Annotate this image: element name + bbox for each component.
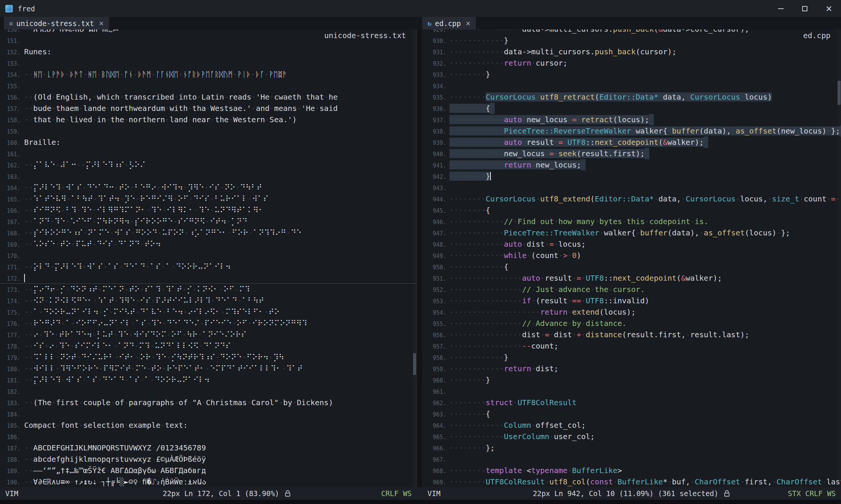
window-close-button[interactable]: × (817, 0, 841, 17)
code-line[interactable]: 946.············//·Find·out·how·many·byt… (422, 216, 841, 227)
code-line[interactable]: 159. (0, 125, 417, 137)
code-line[interactable]: 187.··ABCDEFGHIJKLMNOPQRSTUVWXYZ·/012345… (0, 442, 417, 453)
eol-indicator[interactable]: CRLF (381, 489, 398, 498)
code-line[interactable]: 956.················dist·=·dist·+·distan… (422, 329, 841, 340)
code-line[interactable]: 967. (422, 453, 841, 465)
code-line[interactable]: 155. (0, 80, 417, 91)
code-line[interactable]: 168.··⡎⠊⠗⠕⠕⠛⠑⠰⠎·⠝⠁⠍⠑·⠺⠁⠎·⠛⠕⠕⠙·⠥⠏⠕⠝·⠰⡡⠁⠝⠛… (0, 227, 417, 238)
code-line[interactable]: 960.········} (422, 374, 841, 386)
scrollbar-thumb[interactable] (413, 353, 416, 375)
code-line[interactable]: 940.············new_locus·=·seek(result.… (422, 148, 841, 159)
code-line[interactable]: 170. (0, 250, 417, 261)
code-line[interactable]: 957.················--count; (422, 340, 841, 352)
code-line[interactable]: 952.················//·Just·advance·the·… (422, 284, 841, 295)
code-line[interactable]: 182. (0, 386, 417, 397)
code-line[interactable]: 185.Compact·font·selection·example·text: (0, 419, 417, 431)
eol-indicator[interactable]: CRLF (805, 489, 823, 498)
tab-close-icon[interactable]: × (99, 19, 104, 28)
code-line[interactable]: 955.················//·Advance·by·distan… (422, 318, 841, 329)
code-line[interactable]: 156.··(Old·English,·which·transcribed·in… (0, 91, 417, 103)
code-line[interactable]: 932.············return·cursor; (422, 57, 841, 69)
editor-pane-left[interactable]: 150.··እግርህን·በፍራሽህ·ልክ·ዘርጋ።151.152.Runes:1… (0, 29, 417, 487)
code-line[interactable]: 935.········CursorLocus·utf8_retract(Edi… (422, 91, 841, 103)
tab-unicode-stress-txt[interactable]: ≡ unicode-stress.txt × (4, 17, 109, 29)
code-line[interactable]: 152.Runes: (0, 46, 417, 57)
code-line[interactable]: 180.··⠺⠊⠇⠇·⠹⠻⠑⠋⠕⠗⠑·⠏⠻⠍⠊⠞·⠍⠑·⠞⠕·⠗⠑⠏⠑⠁⠞⠂·⠑… (0, 363, 417, 374)
code-line[interactable]: 176.··⠗⠑⠛⠜⠙·⠁·⠊⠕⠋⠋⠔⠤⠝⠁⠊⠇·⠁⠎·⠹⠑·⠙⠑⠁⠙⠑⠌·⠏⠊… (0, 318, 417, 329)
code-line[interactable]: 190.··∀∂∈ℝ∧∪≡∞·↑↗↨↻⇣·┐┼╔╘░►☺♀·ﬁ�⑀₂ἠḂӥẄɐː… (0, 476, 417, 487)
code-line[interactable]: 153. (0, 57, 417, 69)
code-line[interactable]: 162.··⡌⠁⠧⠑·⠼⠁⠒··⡍⠜⠇⠑⠹⠰⠎·⡣⠕⠌ (0, 159, 417, 171)
code-line[interactable]: 965.············UserColumn·user_col; (422, 431, 841, 442)
code-line[interactable]: 184. (0, 408, 417, 419)
code-line[interactable]: 958.············} (422, 352, 841, 363)
code-line[interactable]: 961. (422, 386, 841, 397)
scrollbar-thumb[interactable] (838, 81, 841, 105)
code-line[interactable]: 173.··⡍⠔⠙⠖·⡊·⠙⠕⠝⠰⠞·⠍⠑⠁⠝·⠞⠕·⠎⠁⠹·⠹⠁⠞·⡊·⠅⠝⠪… (0, 284, 417, 295)
code-line[interactable]: 968.········template·<typename·BufferLik… (422, 465, 841, 476)
code-line[interactable]: 951.················auto·result·=·UTF8::… (422, 272, 841, 284)
code-line[interactable]: 948.············auto·dist·=·locus; (422, 238, 841, 250)
code-line[interactable]: 936.········{ (422, 103, 841, 114)
code-line[interactable]: 934. (422, 80, 841, 91)
code-line[interactable]: 165.··⠱⠁⠞⠑⠧⠻·⠁⠃⠳⠞·⠹⠁⠞⠲·⡹⠑·⠗⠑⠛⠊⠌⠻·⠕⠋·⠙⠊⠎·… (0, 193, 417, 204)
code-line[interactable]: 944.········CursorLocus·utf8_extend(Edit… (422, 193, 841, 204)
whitespace-indicator[interactable]: WS (403, 489, 412, 498)
scrollbar[interactable] (837, 29, 841, 487)
code-line[interactable]: 938.············PieceTree::ReverseTreeWa… (422, 125, 841, 137)
code-line[interactable]: 178.··⠊⠎·⠔·⠹⠑·⠎⠊⠍⠊⠇⠑⠂·⠁⠝⠙·⠍⠹·⠥⠝⠙⠁⠇⠇⠪⠫·⠙⠁… (0, 340, 417, 352)
code-line[interactable]: 177.··⠔·⠹⠑·⠞⠗⠁⠙⠑⠲·⡃⠥⠞·⠹⠑·⠺⠊⠎⠙⠕⠍·⠕⠋·⠳⠗·⠁⠝… (0, 329, 417, 340)
code-line[interactable]: 186. (0, 431, 417, 442)
encoding-indicator[interactable]: STX (788, 489, 801, 498)
window-minimize-button[interactable] (769, 0, 793, 17)
code-line[interactable]: 949.············while·(count·>·0) (422, 250, 841, 261)
code-line[interactable]: 939.············auto·result·=·UTF8::next… (422, 137, 841, 148)
code-line[interactable]: 160.Braille: (0, 137, 417, 148)
code-line[interactable]: 959.············return·dist; (422, 363, 841, 374)
code-line[interactable]: 937.············auto·new_locus·=·retract… (422, 114, 841, 125)
code-line[interactable]: 161. (0, 148, 417, 159)
scrollbar[interactable] (413, 29, 417, 487)
code-line[interactable]: 167.··⠁⠝⠙·⠹⠑·⠡⠊⠑⠋·⠍⠳⠗⠝⠻⠲·⡎⠊⠗⠕⠕⠛⠑·⠎⠊⠛⠝⠫·⠊… (0, 216, 417, 227)
code-line[interactable]: 930.············} (422, 35, 841, 46)
code-line[interactable]: 166.··⠎⠊⠛⠝⠫·⠃⠹·⠹⠑·⠊⠇⠻⠛⠹⠍⠁⠝⠂·⠹⠑·⠊⠇⠻⠅⠂·⠹⠑·… (0, 204, 417, 216)
code-line[interactable]: 931.············data->multi_cursors.push… (422, 46, 841, 57)
code-line[interactable]: 189.··–—‘“”„†‡…‰™œŠŸž€·ΑΒΓΔΩαβγδω·АБВГДа… (0, 465, 417, 476)
code-line[interactable]: 175.··⠁·⠙⠕⠕⠗⠤⠝⠁⠊⠇⠲·⡊·⠍⠊⠣⠞·⠙⠁⠧⠑·⠃⠑⠲·⠔⠊⠇⠔⠫… (0, 306, 417, 318)
code-line[interactable]: 157.··bude·thaem·lande·northweardum·with… (0, 103, 417, 114)
code-line[interactable]: 943. (422, 182, 841, 193)
code-line[interactable]: 963.········{ (422, 408, 841, 419)
code-line[interactable]: 183.··(The·first·couple·of·paragraphs·of… (0, 397, 417, 408)
code-line[interactable]: 942.········} (422, 171, 841, 182)
code-line[interactable]: 941.············return·new_locus; (422, 159, 841, 171)
code-line[interactable]: 158.··that·he·lived·in·the·northern·land… (0, 114, 417, 125)
window-maximize-button[interactable] (793, 0, 817, 17)
lock-icon[interactable] (284, 490, 291, 497)
editor-pane-right[interactable]: 929.················data->multi_cursors.… (422, 29, 841, 487)
code-line[interactable]: 953.················if·(result·==·UTF8::… (422, 295, 841, 306)
code-line[interactable]: 188.··abcdefghijklmnopqrstuvwxyz·£©µÀÆÖÞ… (0, 453, 417, 465)
code-line[interactable]: 966.········}; (422, 442, 841, 453)
pane-divider[interactable] (417, 29, 422, 487)
code-line[interactable]: 962.········struct·UTF8ColResult (422, 397, 841, 408)
code-line[interactable]: 163. (0, 171, 417, 182)
code-line[interactable]: 169.··⠡⠕⠎⠑·⠞⠕·⠏⠥⠞·⠙⠊⠎·⠙⠁⠝⠙·⠞⠕⠲ (0, 238, 417, 250)
code-line[interactable]: 964.············Column·offset_col; (422, 419, 841, 431)
code-line[interactable]: 164.··⡍⠜⠇⠑⠹·⠺⠁⠎·⠙⠑⠁⠙⠒·⠞⠕·⠃⠑⠛⠔·⠺⠊⠹⠲·⡹⠻⠑·⠊… (0, 182, 417, 193)
code-line[interactable]: 154.··ᚻᛖ·ᚳᚹᚫᚦ·ᚦᚫᛏ·ᚻᛖ·ᛒᚢᛞᛖ·ᚩᚾ·ᚦᚫᛗ·ᛚᚪᚾᛞᛖ·ᚾ… (0, 69, 417, 80)
lock-icon[interactable] (724, 490, 730, 497)
code-line[interactable]: 929.················data->multi_cursors.… (422, 29, 841, 35)
whitespace-indicator[interactable]: WS (827, 489, 836, 498)
code-line[interactable]: 950.············{ (422, 261, 841, 272)
code-line[interactable]: 174.··⠪⠝·⠅⠝⠪⠇⠫⠛⠑⠂·⠱⠁⠞·⠹⠻⠑·⠊⠎·⠏⠜⠞⠊⠊⠥⠇⠜⠇⠹·… (0, 295, 417, 306)
code-line[interactable]: 181.··⡍⠜⠇⠑⠹·⠺⠁⠎·⠁⠎·⠙⠑⠁⠙·⠁⠎·⠁·⠙⠕⠕⠗⠤⠝⠁⠊⠇⠲ (0, 374, 417, 386)
code-line[interactable]: 171.··⡕⠇⠙·⡍⠜⠇⠑⠹·⠺⠁⠎·⠁⠎·⠙⠑⠁⠙·⠁⠎·⠁·⠙⠕⠕⠗⠤⠝⠁… (0, 261, 417, 272)
code-line[interactable]: 933.········} (422, 69, 841, 80)
tab-close-icon[interactable]: × (466, 19, 470, 28)
code-line[interactable]: 969.········UTF8ColResult·utf8_col(const… (422, 476, 841, 487)
code-line[interactable]: 947.············PieceTree::TreeWalker·wa… (422, 227, 841, 238)
code-line[interactable]: 179.··⠩⠁⠇⠇·⠝⠕⠞·⠙⠊⠌⠥⠗⠃·⠊⠞⠂·⠕⠗·⠹⠑·⡊⠳⠝⠞⠗⠹⠰⠎… (0, 352, 417, 363)
tab-ed-cpp[interactable]: ↻ ed.cpp × (422, 17, 476, 29)
code-line[interactable]: 945.········{ (422, 204, 841, 216)
code-line[interactable]: 954.····················return·extend(lo… (422, 306, 841, 318)
